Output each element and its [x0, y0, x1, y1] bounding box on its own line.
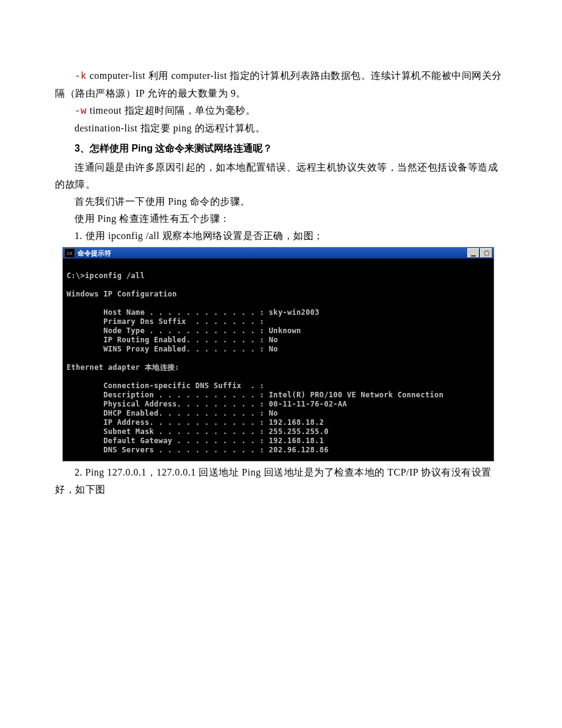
minimize-button[interactable]: ▁ — [467, 248, 480, 258]
window-title: 命令提示符 — [78, 249, 467, 258]
paragraph-step2: 2. Ping 127.0.0.1，127.0.0.1 回送地址 Ping 回送… — [55, 464, 507, 498]
paragraph-five-steps: 使用 Ping 检查连通性有五个步骤： — [55, 210, 507, 227]
document-page: -k computer-list 利用 computer-list 指定的计算机… — [0, 0, 562, 535]
paragraph-steps-intro: 首先我们讲一下使用 Ping 命令的步骤。 — [55, 193, 507, 210]
paragraph-w-option: -w timeout 指定超时间隔，单位为毫秒。 — [55, 102, 507, 120]
heading-3: 3、怎样使用 Ping 这命令来测试网络连通呢？ — [55, 139, 507, 158]
maximize-button[interactable]: ▢ — [480, 248, 492, 258]
text-w: timeout 指定超时间隔，单位为毫秒。 — [87, 105, 255, 116]
paragraph-k-option: -k computer-list 利用 computer-list 指定的计算机… — [55, 67, 507, 102]
command-prompt-window: cx 命令提示符 ▁ ▢ C:\>ipconfig /all Windows I… — [62, 247, 494, 461]
paragraph-intro: 连通问题是由许多原因引起的，如本地配置错误、远程主机协议失效等，当然还包括设备等… — [55, 159, 507, 193]
cmd-icon: cx — [64, 248, 75, 258]
terminal-output: C:\>ipconfig /all Windows IP Configurati… — [63, 259, 494, 461]
flag-k: -k — [75, 71, 87, 82]
text-k: computer-list 利用 computer-list 指定的计算机列表路… — [55, 70, 502, 98]
paragraph-destination: destination-list 指定要 ping 的远程计算机。 — [55, 120, 507, 137]
window-buttons: ▁ ▢ — [467, 248, 492, 258]
flag-w: -w — [75, 106, 87, 117]
window-titlebar: cx 命令提示符 ▁ ▢ — [63, 248, 494, 259]
paragraph-step1: 1. 使用 ipconfig /all 观察本地网络设置是否正确，如图； — [55, 227, 507, 245]
